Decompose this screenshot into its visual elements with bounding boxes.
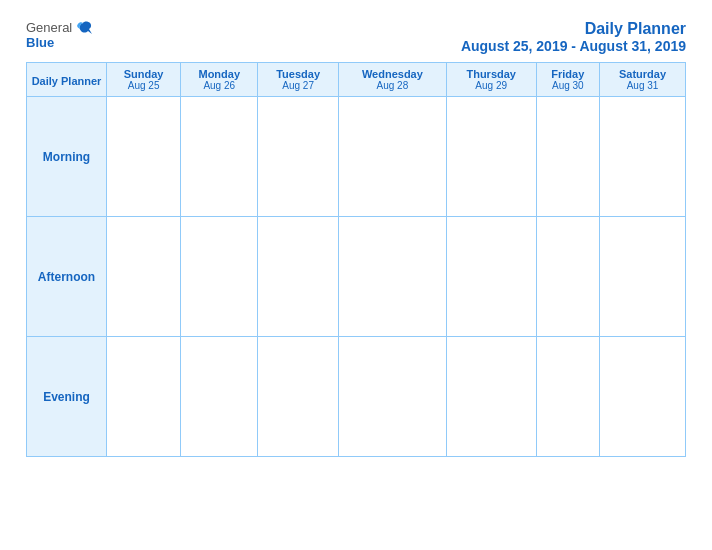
table-header-friday: Friday Aug 30 [536, 63, 600, 97]
morning-label-cell: Morning [27, 97, 107, 217]
evening-wednesday-cell[interactable] [338, 337, 446, 457]
table-header-wednesday: Wednesday Aug 28 [338, 63, 446, 97]
table-header-thursday: Thursday Aug 29 [446, 63, 536, 97]
afternoon-saturday-cell[interactable] [600, 217, 686, 337]
tuesday-date: Aug 27 [261, 80, 335, 91]
logo-area: General Blue [26, 20, 92, 50]
saturday-date: Aug 31 [603, 80, 682, 91]
friday-date: Aug 30 [540, 80, 597, 91]
monday-label: Monday [184, 68, 254, 80]
morning-wednesday-cell[interactable] [338, 97, 446, 217]
afternoon-sunday-cell[interactable] [107, 217, 181, 337]
monday-date: Aug 26 [184, 80, 254, 91]
table-header-label-cell: Daily Planner [27, 63, 107, 97]
friday-label: Friday [540, 68, 597, 80]
table-row-evening: Evening [27, 337, 686, 457]
evening-sunday-cell[interactable] [107, 337, 181, 457]
title-area: Daily Planner August 25, 2019 - August 3… [461, 20, 686, 54]
table-header-tuesday: Tuesday Aug 27 [258, 63, 339, 97]
morning-monday-cell[interactable] [181, 97, 258, 217]
afternoon-monday-cell[interactable] [181, 217, 258, 337]
thursday-date: Aug 29 [450, 80, 533, 91]
page: General Blue Daily Planner August 25, 20… [11, 10, 701, 540]
table-header-sunday: Sunday Aug 25 [107, 63, 181, 97]
afternoon-thursday-cell[interactable] [446, 217, 536, 337]
logo-general: General [26, 20, 72, 35]
thursday-label: Thursday [450, 68, 533, 80]
table-header-monday: Monday Aug 26 [181, 63, 258, 97]
evening-thursday-cell[interactable] [446, 337, 536, 457]
morning-saturday-cell[interactable] [600, 97, 686, 217]
morning-thursday-cell[interactable] [446, 97, 536, 217]
table-row-afternoon: Afternoon [27, 217, 686, 337]
sunday-label: Sunday [110, 68, 177, 80]
afternoon-label-cell: Afternoon [27, 217, 107, 337]
afternoon-tuesday-cell[interactable] [258, 217, 339, 337]
morning-sunday-cell[interactable] [107, 97, 181, 217]
table-header-saturday: Saturday Aug 31 [600, 63, 686, 97]
afternoon-wednesday-cell[interactable] [338, 217, 446, 337]
morning-tuesday-cell[interactable] [258, 97, 339, 217]
afternoon-friday-cell[interactable] [536, 217, 600, 337]
evening-label-cell: Evening [27, 337, 107, 457]
wednesday-date: Aug 28 [342, 80, 443, 91]
evening-monday-cell[interactable] [181, 337, 258, 457]
morning-friday-cell[interactable] [536, 97, 600, 217]
header: General Blue Daily Planner August 25, 20… [26, 20, 686, 54]
logo-bird-icon [74, 21, 92, 35]
title-sub: August 25, 2019 - August 31, 2019 [461, 38, 686, 54]
title-main: Daily Planner [461, 20, 686, 38]
sunday-date: Aug 25 [110, 80, 177, 91]
logo-text: General [26, 20, 92, 35]
evening-tuesday-cell[interactable] [258, 337, 339, 457]
calendar-table: Daily Planner Sunday Aug 25 Monday Aug 2… [26, 62, 686, 457]
logo-blue: Blue [26, 35, 54, 50]
header-daily-planner-label: Daily Planner [32, 75, 102, 87]
tuesday-label: Tuesday [261, 68, 335, 80]
wednesday-label: Wednesday [342, 68, 443, 80]
table-header-row: Daily Planner Sunday Aug 25 Monday Aug 2… [27, 63, 686, 97]
saturday-label: Saturday [603, 68, 682, 80]
evening-friday-cell[interactable] [536, 337, 600, 457]
table-row-morning: Morning [27, 97, 686, 217]
evening-saturday-cell[interactable] [600, 337, 686, 457]
